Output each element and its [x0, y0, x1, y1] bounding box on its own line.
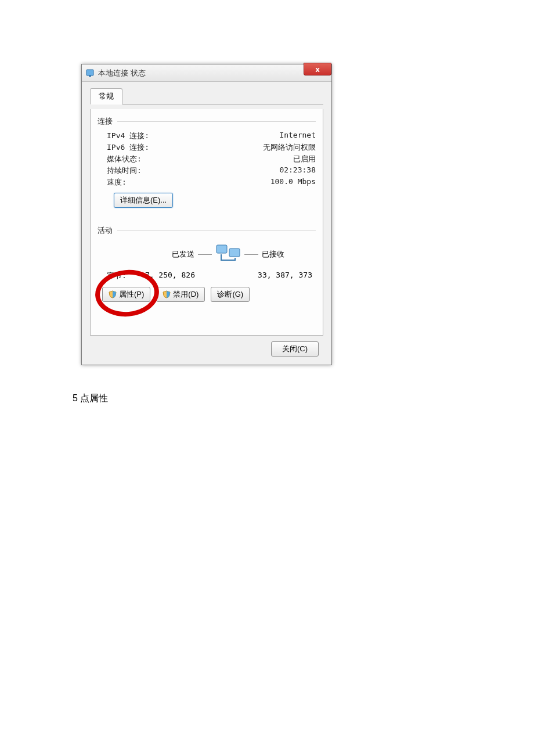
- kv-key: 持续时间:: [107, 165, 142, 176]
- close-button[interactable]: 关闭(C): [271, 341, 319, 357]
- tab-strip: 常规: [90, 88, 323, 105]
- activity-row: 已发送 已接收: [98, 239, 316, 269]
- kv-key: 速度:: [107, 177, 127, 188]
- disable-label: 禁用(D): [173, 289, 199, 300]
- properties-button[interactable]: 属性(P): [102, 287, 150, 302]
- kv-val: 02:23:38: [279, 165, 316, 176]
- shield-icon: [163, 290, 171, 298]
- details-label: 详细信息(E)...: [120, 196, 167, 204]
- kv-val: 100.0 Mbps: [270, 177, 316, 188]
- activity-section: 活动: [98, 225, 316, 236]
- tab-label: 常规: [99, 92, 114, 100]
- divider: [117, 231, 316, 231]
- svg-rect-1: [89, 75, 91, 77]
- connection-status-dialog: 本地连接 状态 x 常规 连接 IPv4 连接: Internet: [81, 64, 332, 365]
- recv-label: 已接收: [262, 249, 284, 260]
- disable-button[interactable]: 禁用(D): [156, 287, 205, 302]
- kv-key: 媒体状态:: [107, 154, 142, 164]
- page-caption: 5 点属性: [73, 393, 108, 405]
- footer: 关闭(C): [90, 336, 323, 357]
- connection-section: 连接: [98, 116, 316, 127]
- action-buttons: 属性(P) 禁用(D) 诊断(G): [98, 287, 316, 302]
- diagnose-button[interactable]: 诊断(G): [211, 287, 250, 302]
- tab-content: 连接 IPv4 连接: Internet IPv6 连接: 无网络访问权限 媒体…: [90, 109, 323, 336]
- section-label: 活动: [98, 225, 113, 236]
- kv-val: Internet: [279, 131, 316, 141]
- sent-label: 已发送: [172, 249, 194, 260]
- dash-line: [198, 254, 212, 255]
- dialog-body: 常规 连接 IPv4 连接: Internet IPv6 连接: 无网络访问权限: [82, 82, 331, 365]
- divider: [117, 121, 316, 122]
- kv-val: 已启用: [293, 154, 316, 164]
- sent-bytes: 7, 250, 826: [145, 271, 195, 281]
- titlebar[interactable]: 本地连接 状态 x: [82, 64, 331, 82]
- close-icon[interactable]: x: [304, 63, 331, 75]
- dash-line: [244, 254, 258, 255]
- section-label: 连接: [98, 116, 113, 127]
- close-label: 关闭(C): [282, 344, 308, 353]
- svg-rect-0: [86, 70, 93, 75]
- recv-bytes: 33, 387, 373: [258, 271, 312, 281]
- bytes-label: 字节:: [107, 271, 127, 281]
- kv-row: IPv4 连接: Internet: [98, 130, 316, 142]
- close-x-label: x: [315, 65, 319, 74]
- kv-key: IPv6 连接:: [107, 142, 149, 153]
- kv-row: 速度: 100.0 Mbps: [98, 177, 316, 188]
- kv-row: IPv6 连接: 无网络访问权限: [98, 142, 316, 153]
- details-button[interactable]: 详细信息(E)...: [114, 193, 173, 208]
- bytes-row: 字节: 7, 250, 826 33, 387, 373: [98, 269, 316, 287]
- kv-row: 持续时间: 02:23:38: [98, 165, 316, 177]
- kv-key: IPv4 连接:: [107, 131, 149, 141]
- diagnose-label: 诊断(G): [217, 289, 243, 300]
- svg-rect-3: [229, 249, 240, 257]
- activity-center: 已发送 已接收: [172, 243, 284, 266]
- kv-row: 媒体状态: 已启用: [98, 153, 316, 165]
- dialog-title: 本地连接 状态: [98, 68, 146, 78]
- shield-icon: [109, 290, 117, 298]
- network-icon: [85, 69, 95, 78]
- computers-icon: [215, 243, 241, 266]
- properties-label: 属性(P): [119, 289, 144, 300]
- tab-general[interactable]: 常规: [90, 88, 122, 105]
- svg-rect-2: [217, 245, 227, 253]
- kv-val: 无网络访问权限: [263, 142, 316, 153]
